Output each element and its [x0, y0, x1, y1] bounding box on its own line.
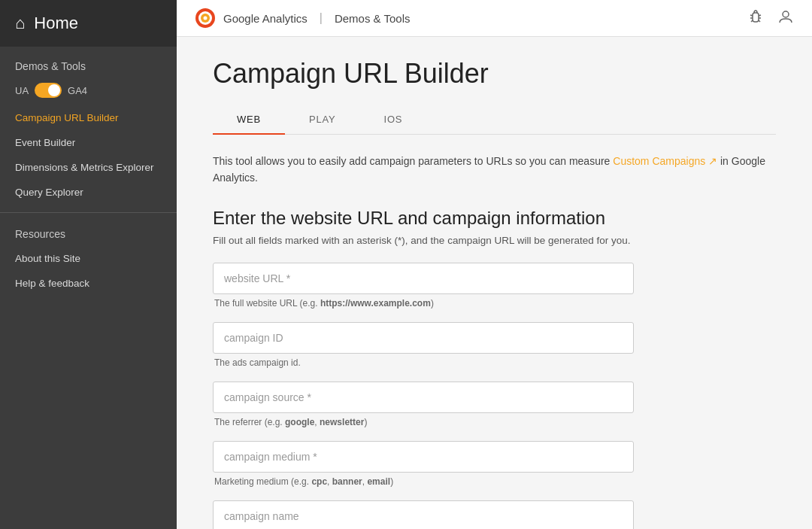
field-campaign-medium: Marketing medium (e.g. cpc, banner, emai… — [213, 441, 634, 487]
ga-logo — [195, 8, 216, 29]
campaign-id-hint: The ads campaign id. — [213, 357, 634, 368]
campaign-source-input[interactable] — [213, 382, 634, 413]
svg-line-5 — [750, 15, 753, 16]
tab-play[interactable]: PLAY — [285, 105, 359, 134]
campaign-id-input[interactable] — [213, 322, 634, 354]
tab-ios[interactable]: IOS — [360, 105, 427, 134]
tabs-bar: WEB PLAY IOS — [213, 105, 776, 135]
header-brand-text: Google Analytics — [223, 12, 308, 25]
header-sub-text: Demos & Tools — [335, 12, 411, 25]
sidebar-divider — [0, 212, 177, 213]
svg-line-10 — [759, 20, 760, 22]
description: This tool allows you to easily add campa… — [213, 153, 776, 187]
toggle-thumb — [48, 84, 60, 96]
header-divider: | — [320, 11, 323, 25]
website-url-hint: The full website URL (e.g. https://www.e… — [213, 298, 634, 309]
campaign-source-hint: The referrer (e.g. google, newsletter) — [213, 417, 634, 427]
page-content: Campaign URL Builder WEB PLAY IOS This t… — [177, 37, 812, 529]
ga4-toggle[interactable] — [35, 83, 62, 98]
field-website-url: The full website URL (e.g. https://www.e… — [213, 263, 634, 309]
sidebar-item-query-explorer[interactable]: Query Explorer — [0, 180, 177, 205]
ua-label: UA — [15, 85, 29, 96]
sidebar-item-dimensions-metrics[interactable]: Dimensions & Metrics Explorer — [0, 155, 177, 180]
description-start: This tool allows you to easily add campa… — [213, 155, 613, 167]
campaign-medium-hint: Marketing medium (e.g. cpc, banner, emai… — [213, 476, 634, 487]
svg-line-7 — [759, 15, 761, 16]
website-url-input[interactable] — [213, 263, 634, 294]
header: Google Analytics | Demos & Tools — [177, 0, 812, 37]
svg-rect-4 — [753, 13, 759, 22]
home-icon: ⌂ — [15, 14, 25, 33]
home-label: Home — [34, 14, 78, 33]
page-title: Campaign URL Builder — [213, 58, 776, 90]
field-campaign-id: The ads campaign id. — [213, 322, 634, 368]
ua-ga4-toggle-row: UA GA4 — [0, 78, 177, 105]
field-campaign-name: Product, promo code, or slogan (e.g. spr… — [213, 500, 634, 529]
svg-point-3 — [204, 17, 208, 20]
resources-section-label: Resources — [0, 220, 177, 246]
field-campaign-source: The referrer (e.g. google, newsletter) — [213, 382, 634, 427]
ga4-label: GA4 — [68, 85, 87, 96]
form-section-title: Enter the website URL and campaign infor… — [213, 208, 776, 229]
custom-campaigns-link[interactable]: Custom Campaigns ↗ — [613, 155, 717, 167]
bug-icon[interactable] — [747, 8, 764, 29]
sidebar-home-link[interactable]: ⌂ Home — [0, 0, 177, 47]
sidebar: ⌂ Home Demos & Tools UA GA4 Campaign URL… — [0, 0, 177, 529]
header-brand: Google Analytics | Demos & Tools — [195, 8, 411, 29]
campaign-name-input[interactable] — [213, 500, 634, 529]
tab-web[interactable]: WEB — [213, 105, 285, 134]
demos-tools-section-label: Demos & Tools — [0, 47, 177, 78]
sidebar-item-about-site[interactable]: About this Site — [0, 246, 177, 271]
sidebar-item-campaign-url-builder[interactable]: Campaign URL Builder — [0, 105, 177, 130]
sidebar-item-event-builder[interactable]: Event Builder — [0, 130, 177, 155]
header-icons — [747, 8, 794, 29]
svg-point-11 — [783, 11, 789, 17]
user-icon[interactable] — [777, 8, 794, 29]
main-content: Google Analytics | Demos & Tools — [177, 0, 812, 529]
svg-line-9 — [751, 20, 753, 22]
form-section-subtitle: Fill out all fields marked with an aster… — [213, 235, 776, 246]
sidebar-item-help-feedback[interactable]: Help & feedback — [0, 271, 177, 296]
campaign-medium-input[interactable] — [213, 441, 634, 473]
